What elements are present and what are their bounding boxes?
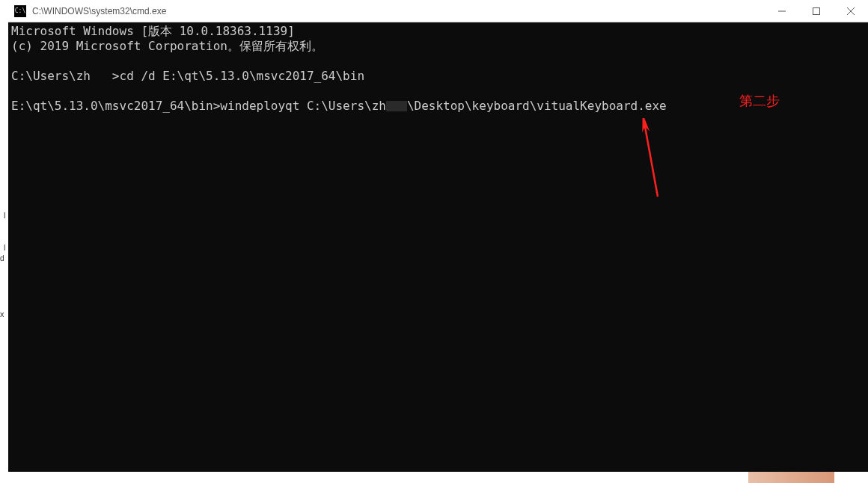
command-text: \Desktop\keyboard\vitualKeyboard.exe — [407, 99, 667, 113]
cmd-window: C:\ C:\WINDOWS\system32\cmd.exe Microsof… — [8, 0, 868, 472]
svg-line-5 — [644, 123, 658, 197]
svg-rect-1 — [813, 7, 820, 14]
redacted-text — [386, 101, 407, 111]
terminal-output-line: Microsoft Windows [版本 10.0.18363.1139] — [11, 24, 865, 39]
minimize-button[interactable] — [765, 0, 799, 22]
terminal-command-line: C:\Users\zh >cd /d E:\qt\5.13.0\msvc2017… — [11, 69, 865, 84]
close-button[interactable] — [834, 0, 868, 22]
command-text: cd /d E:\qt\5.13.0\msvc2017_64\bin — [120, 69, 365, 83]
terminal-output-line: (c) 2019 Microsoft Corporation。保留所有权利。 — [11, 39, 865, 54]
terminal-area[interactable]: Microsoft Windows [版本 10.0.18363.1139] (… — [8, 22, 868, 472]
command-text: windeployqt C:\Users\zh — [220, 99, 386, 113]
bottom-peek-artifact — [748, 472, 834, 483]
window-controls — [765, 0, 868, 22]
left-margin-artifacts: l l d x — [0, 0, 8, 483]
cmd-icon: C:\ — [14, 5, 26, 17]
prompt: E:\qt\5.13.0\msvc2017_64\bin> — [11, 99, 220, 113]
maximize-button[interactable] — [799, 0, 834, 22]
prompt: C:\Users\zh > — [11, 69, 120, 83]
titlebar[interactable]: C:\ C:\WINDOWS\system32\cmd.exe — [8, 0, 868, 22]
terminal-blank-line — [11, 84, 865, 99]
bottom-background-strip — [8, 472, 868, 483]
terminal-command-line: E:\qt\5.13.0\msvc2017_64\bin>windeployqt… — [11, 99, 865, 114]
annotation-arrow-icon — [635, 118, 665, 200]
window-title: C:\WINDOWS\system32\cmd.exe — [32, 6, 765, 16]
terminal-blank-line — [11, 54, 865, 69]
